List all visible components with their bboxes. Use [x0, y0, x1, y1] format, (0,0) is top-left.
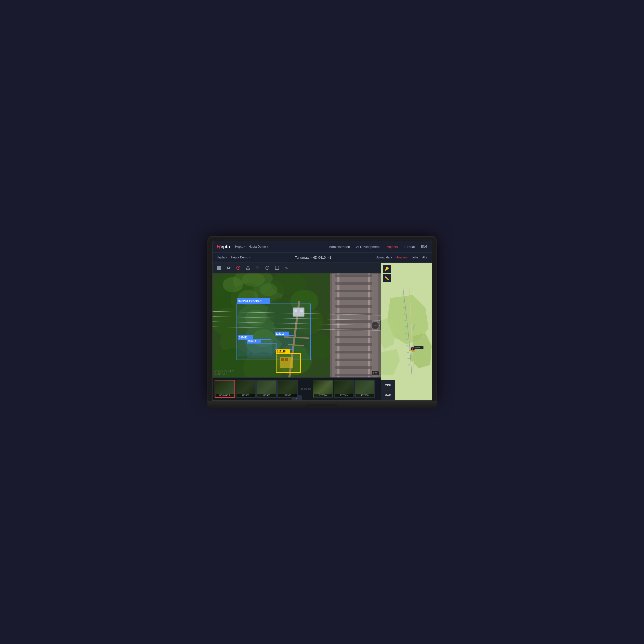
- percent-icon[interactable]: %: [283, 265, 290, 271]
- svg-rect-54: [335, 336, 372, 338]
- thumbnail-177433[interactable]: 177433: [235, 380, 256, 398]
- svg-rect-47: [335, 282, 372, 285]
- layers-icon[interactable]: [254, 265, 261, 271]
- svg-rect-59: [335, 374, 372, 376]
- logo-text: epta: [220, 244, 230, 249]
- thumbnail-label: 177333: [278, 394, 297, 397]
- thumbnail-label: HD-0410 1: [216, 394, 234, 397]
- svg-rect-13: [256, 269, 259, 269]
- top-nav-right: Administration AI Development Projects T…: [329, 245, 428, 249]
- chevron-down-icon: ▾: [226, 256, 227, 259]
- svg-rect-15: [275, 266, 279, 270]
- app-container: H epta Hepta ▾ Hepta Demo ▾ Administrati…: [213, 241, 432, 400]
- svg-rect-45: [368, 273, 370, 377]
- svg-rect-12: [256, 268, 259, 268]
- svg-rect-55: [335, 343, 372, 346]
- svg-point-112: [414, 350, 415, 352]
- nav-administration[interactable]: Administration: [329, 245, 350, 249]
- main-content: %: [213, 263, 432, 400]
- map-mode-buttons: MINI MAP: [381, 380, 395, 400]
- svg-text:395492: 395492: [239, 336, 248, 339]
- viewer-image-area[interactable]: 396294 Crooked 395492 395414: [213, 273, 381, 377]
- svg-rect-49: [335, 297, 372, 300]
- panel-resize-handle[interactable]: [379, 273, 381, 377]
- svg-rect-87: [281, 358, 284, 361]
- svg-rect-52: [335, 320, 372, 323]
- svg-rect-0: [217, 266, 219, 268]
- chevron-down-icon: ▾: [244, 245, 245, 248]
- svg-point-108: [412, 348, 413, 350]
- thumbnail-label: 177390: [314, 394, 332, 397]
- laptop-screen-bezel: H epta Hepta ▾ Hepta Demo ▾ Administrati…: [212, 241, 432, 401]
- warning-icon[interactable]: [245, 265, 251, 271]
- svg-point-7: [238, 267, 239, 269]
- svg-point-5: [228, 267, 229, 269]
- thumbnail-177334[interactable]: HD-0410 1: [215, 380, 235, 398]
- preview-size: preview 655x492: [215, 370, 234, 373]
- thumbnail-177349[interactable]: 177349: [334, 380, 354, 398]
- nav-tutorial[interactable]: Tutorial: [404, 245, 415, 249]
- svg-rect-11: [256, 267, 259, 267]
- aerial-photo: 396294 Crooked 395492 395414: [213, 273, 381, 377]
- nav-ai-development[interactable]: AI Development: [356, 245, 380, 249]
- nav-projects[interactable]: Projects: [386, 245, 398, 249]
- mini-map-button[interactable]: MINI: [381, 380, 395, 390]
- chevron-down-icon: ▾: [267, 245, 268, 248]
- section-divider-label: HD-0410 2: [300, 388, 311, 390]
- nav-hepta-demo-dropdown[interactable]: Hepta Demo ▾: [248, 245, 268, 248]
- thumbnail-177335[interactable]: 177335: [256, 380, 277, 398]
- svg-rect-50: [335, 305, 372, 308]
- preview-filename: ll_0047.JPG: [215, 373, 234, 375]
- svg-rect-88: [285, 358, 288, 361]
- svg-point-10: [248, 269, 248, 269]
- thumbnail-bar: HD-0410 1 177433 177335: [213, 377, 381, 400]
- svg-point-111: [412, 350, 414, 352]
- svg-point-38: [260, 283, 278, 296]
- nav2-hepta[interactable]: Hepta ▾: [217, 256, 227, 259]
- nav-language[interactable]: ENG: [421, 245, 427, 248]
- svg-text:395414: 395414: [248, 340, 256, 343]
- map-controls: 🔑 ✏️: [383, 265, 391, 282]
- svg-text:HD-0410 1: HD-0410 1: [414, 347, 421, 348]
- second-navbar: Hepta ▾ Hepta Demo ▾ Tartumaa > HD-0410 …: [213, 253, 432, 263]
- chevron-down-icon: ▾: [249, 256, 251, 259]
- nav2-jobs[interactable]: Jobs: [412, 256, 418, 259]
- next-image-button[interactable]: ›: [372, 322, 379, 329]
- svg-rect-48: [335, 290, 372, 292]
- nav2-upload-data[interactable]: Upload data: [376, 256, 392, 259]
- second-nav-right: Upload data Analysis Jobs AI s: [376, 256, 427, 259]
- logo: H epta: [217, 243, 230, 250]
- svg-point-14: [266, 266, 269, 270]
- map-panel: 🔑 ✏️: [381, 263, 432, 400]
- svg-rect-57: [335, 359, 372, 361]
- eye-icon[interactable]: [225, 265, 232, 271]
- target-icon[interactable]: [235, 265, 242, 271]
- thumbnail-label: 177335: [257, 394, 276, 397]
- map-map-button[interactable]: MAP: [381, 390, 395, 400]
- svg-point-36: [223, 277, 243, 292]
- nav2-ai-s[interactable]: AI s: [422, 256, 428, 259]
- laptop-notch: [307, 404, 337, 408]
- laptop-base: [207, 401, 437, 408]
- map-edit-button[interactable]: ✏️: [383, 274, 391, 282]
- svg-text:115112: 115112: [276, 332, 284, 335]
- thumbnail-177390[interactable]: 177390: [313, 380, 333, 398]
- svg-rect-56: [335, 351, 372, 353]
- box-select-icon[interactable]: [274, 265, 280, 271]
- map-key-button[interactable]: 🔑: [383, 265, 391, 273]
- map-area[interactable]: Mänd tee: [381, 263, 432, 400]
- svg-text:%: %: [285, 267, 288, 270]
- thumbnail-177350[interactable]: 177350: [354, 380, 375, 398]
- svg-rect-2: [217, 268, 219, 270]
- check-icon[interactable]: [264, 265, 271, 271]
- breadcrumb: Tartumaa > HD-0410 > 1: [255, 256, 372, 259]
- nav2-hepta-demo[interactable]: Hepta Demo ▾: [231, 256, 251, 259]
- nav-hepta-dropdown[interactable]: Hepta ▾: [235, 245, 245, 248]
- image-viewer: %: [213, 263, 381, 400]
- view-mode-icon[interactable]: [216, 265, 222, 271]
- map-svg: Mänd tee: [381, 263, 432, 400]
- thumbnail-177333[interactable]: 177333: [277, 380, 298, 398]
- svg-rect-46: [335, 274, 372, 277]
- nav2-analysis[interactable]: Analysis: [396, 256, 408, 259]
- thumbnail-strip: HD-0410 1 177433 177335: [213, 378, 381, 400]
